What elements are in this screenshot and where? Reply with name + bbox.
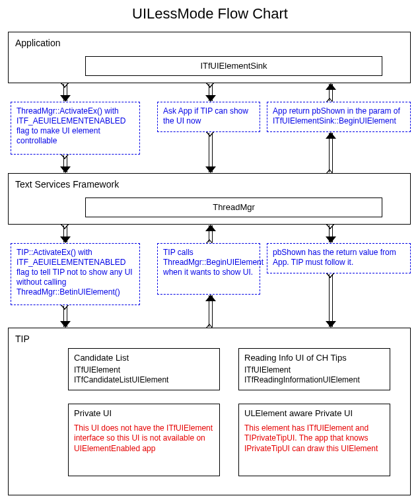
reading-info-box: Reading Info UI of CH Tips ITfUIElement … xyxy=(238,348,390,390)
arrow-tip-to-note5 xyxy=(209,295,213,327)
note-activateex-app: ThreadMgr::ActivateEx() with ITF_AEUIELE… xyxy=(11,102,140,155)
tip-label: TIP xyxy=(15,334,30,344)
application-box: Application ITfUIElementSink xyxy=(8,32,411,83)
reading-info-line1: ITfUIElement xyxy=(244,365,384,376)
note-pbshown-follow: pbShown has the return value from App. T… xyxy=(267,243,411,273)
ulelement-private-note: This element has ITfUIElement and TIPriv… xyxy=(244,423,384,454)
ulelement-private-title: ULElement aware Private UI xyxy=(244,408,384,419)
arrow-note2-to-threadmgr xyxy=(209,133,213,172)
private-ui-title: Private UI xyxy=(74,408,214,419)
arrow-note3-to-sink xyxy=(329,84,333,101)
private-ui-box: Private UI This UI does not have the ITf… xyxy=(68,404,220,476)
arrow-sink-to-note2 xyxy=(209,84,213,101)
tsf-label: Text Services Framework xyxy=(15,179,119,190)
arrow-note4-to-tip xyxy=(63,306,67,327)
arrow-threadmgr-to-note6 xyxy=(329,225,333,242)
threadmgr-box: ThreadMgr xyxy=(85,198,382,217)
reading-info-line2: ITfReadingInformationUIElement xyxy=(244,375,384,386)
application-label: Application xyxy=(15,38,61,48)
arrow-note6-to-tip xyxy=(329,274,333,327)
candidate-list-title: Candidate List xyxy=(74,353,214,364)
ulelement-private-box: ULElement aware Private UI This element … xyxy=(238,404,390,476)
itfuielementsink-box: ITfUIElementSink xyxy=(85,56,382,76)
private-ui-note: This UI does not have the ITfUIElement i… xyxy=(74,423,214,454)
candidate-list-line1: ITfUIElement xyxy=(74,365,214,376)
note-tip-calls-beginuielement: TIP calls ThreadMgr::BeginUIElement when… xyxy=(157,243,260,295)
arrow-note1-to-tsf xyxy=(63,155,67,172)
candidate-list-line2: ITfCandidateListUIElement xyxy=(74,375,214,386)
note-ask-app: Ask App if TIP can show the UI now xyxy=(157,102,260,132)
reading-info-title: Reading Info UI of CH Tips xyxy=(244,353,384,364)
tip-box: TIP Candidate List ITfUIElement ITfCandi… xyxy=(8,328,411,495)
note-pbshown-return: App return pbShown in the param of ITfUI… xyxy=(267,102,411,132)
arrow-threadmgr-to-note4 xyxy=(63,225,67,242)
itfuielementsink-label: ITfUIElementSink xyxy=(200,61,267,71)
arrow-threadmgr-to-note3 xyxy=(329,133,333,172)
chart-title: UILessMode Flow Chart xyxy=(0,5,420,22)
arrow-note5-to-threadmgr xyxy=(209,225,213,242)
note-activateex-tip: TIP::ActivateEx() with ITF_AEUIELEMENTEN… xyxy=(11,243,140,305)
arrow-app-to-note1 xyxy=(63,84,67,101)
threadmgr-label: ThreadMgr xyxy=(213,202,255,212)
flowchart-canvas: UILessMode Flow Chart Application ITfUIE… xyxy=(0,0,420,504)
candidate-list-box: Candidate List ITfUIElement ITfCandidate… xyxy=(68,348,220,390)
tsf-box: Text Services Framework ThreadMgr xyxy=(8,173,411,225)
